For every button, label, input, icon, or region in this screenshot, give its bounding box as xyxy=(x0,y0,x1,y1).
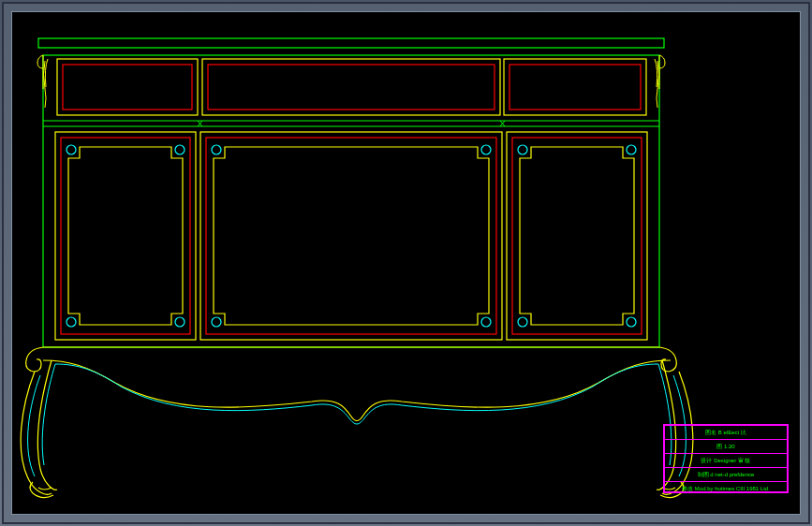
svg-rect-7 xyxy=(509,65,641,110)
upper-panels-inner xyxy=(63,65,641,110)
svg-rect-19 xyxy=(512,138,642,334)
svg-point-29 xyxy=(627,145,636,154)
svg-point-28 xyxy=(518,145,527,154)
svg-point-26 xyxy=(212,317,221,327)
lower-panels-outer xyxy=(55,132,647,340)
svg-rect-18 xyxy=(206,138,496,334)
svg-rect-6 xyxy=(208,65,495,110)
svg-point-27 xyxy=(481,317,491,327)
svg-rect-2 xyxy=(57,59,198,115)
svg-point-31 xyxy=(627,317,636,327)
cad-canvas[interactable]: 图名 B elEect 比 图 1:20 设计 Designer 审 核 制图 … xyxy=(11,11,801,515)
svg-rect-0 xyxy=(38,38,664,48)
top-slab-outline xyxy=(38,38,664,347)
svg-point-25 xyxy=(481,145,491,154)
svg-rect-5 xyxy=(63,65,192,110)
title-row-1: 图名 B elEect 比 xyxy=(665,426,787,440)
svg-point-22 xyxy=(66,317,76,327)
svg-point-23 xyxy=(175,317,185,327)
svg-rect-1 xyxy=(43,55,659,347)
title-row-3: 设计 Designer 审 核 xyxy=(665,454,787,468)
apron-legs-outer xyxy=(21,347,693,498)
svg-point-30 xyxy=(518,317,527,327)
window-frame: 图名 B elEect 比 图 1:20 设计 Designer 审 核 制图 … xyxy=(2,2,810,524)
svg-rect-16 xyxy=(507,132,647,340)
upper-panels-outer xyxy=(57,59,646,115)
hardware-circles xyxy=(66,145,636,327)
title-row-5: 修改 Mod.by hutimes CIII 1981 Ltd. xyxy=(665,482,787,495)
svg-rect-4 xyxy=(504,59,646,115)
svg-rect-3 xyxy=(202,59,500,115)
lower-panels-inner-yellow xyxy=(68,147,634,325)
svg-point-21 xyxy=(175,145,185,154)
svg-rect-14 xyxy=(55,132,196,340)
svg-point-20 xyxy=(66,145,76,154)
svg-point-24 xyxy=(212,145,221,154)
title-row-4: 制图 d net-d prefdence xyxy=(665,468,787,482)
lower-panels-red xyxy=(61,138,642,334)
svg-rect-17 xyxy=(61,138,190,334)
title-block: 图名 B elEect 比 图 1:20 设计 Designer 审 核 制图 … xyxy=(663,424,789,493)
mid-rail xyxy=(43,121,659,126)
svg-rect-15 xyxy=(200,132,502,340)
title-row-2: 图 1:20 xyxy=(665,440,787,454)
